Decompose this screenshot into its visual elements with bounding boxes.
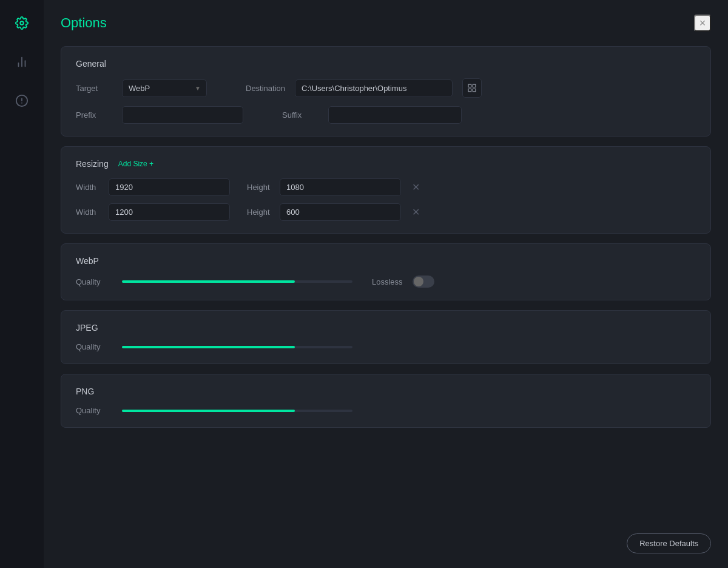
target-label: Target <box>76 84 112 93</box>
remove-size-2-button[interactable]: ✕ <box>408 205 423 219</box>
resize-row-1: Width Height ✕ <box>76 178 696 196</box>
resize-row-2: Width Height ✕ <box>76 203 696 221</box>
svg-rect-10 <box>468 89 471 92</box>
jpeg-section-title: JPEG <box>76 323 696 333</box>
webp-section-title: WebP <box>76 256 696 266</box>
destination-label: Destination <box>246 84 285 93</box>
target-select[interactable]: WebP JPEG PNG AVIF <box>122 79 207 97</box>
general-section-title: General <box>76 59 696 69</box>
svg-rect-7 <box>468 84 471 87</box>
lossless-toggle-thumb <box>414 277 423 286</box>
add-size-button[interactable]: Add Size + <box>118 160 153 168</box>
target-destination-row: Target WebP JPEG PNG AVIF ▼ Destination <box>76 78 696 98</box>
width-input-2[interactable] <box>109 203 230 221</box>
restore-defaults-button[interactable]: Restore Defaults <box>627 533 711 553</box>
width-input-1[interactable] <box>109 178 230 196</box>
prefix-suffix-row: Prefix Suffix <box>76 106 696 124</box>
prefix-input[interactable] <box>122 106 243 124</box>
svg-rect-8 <box>473 84 476 87</box>
jpeg-quality-label: Quality <box>76 342 112 351</box>
main-content: Options × General Target WebP JPEG PNG A… <box>44 0 728 568</box>
width-label-2: Width <box>76 208 101 217</box>
height-label-1: Height <box>247 183 272 192</box>
destination-input[interactable] <box>295 79 453 97</box>
webp-quality-label: Quality <box>76 277 112 286</box>
jpeg-quality-track <box>122 346 352 348</box>
prefix-label: Prefix <box>76 110 112 120</box>
webp-section: WebP Quality Lossless <box>61 243 711 300</box>
target-select-wrapper: WebP JPEG PNG AVIF ▼ <box>122 79 207 97</box>
svg-point-0 <box>20 21 24 25</box>
resizing-header: Resizing Add Size + <box>76 159 696 169</box>
suffix-label: Suffix <box>282 110 318 120</box>
close-button[interactable]: × <box>694 15 711 32</box>
height-label-2: Height <box>247 208 272 217</box>
svg-rect-9 <box>473 89 476 92</box>
page-title: Options <box>61 15 107 31</box>
png-quality-row: Quality <box>76 406 696 415</box>
jpeg-section: JPEG Quality <box>61 310 711 364</box>
footer: Restore Defaults <box>627 533 711 553</box>
lossless-toggle[interactable] <box>413 276 434 288</box>
general-section: General Target WebP JPEG PNG AVIF ▼ Dest… <box>61 46 711 137</box>
webp-quality-row: Quality Lossless <box>76 276 696 288</box>
gear-nav-icon[interactable] <box>11 12 33 34</box>
sidebar <box>0 0 44 568</box>
jpeg-quality-row: Quality <box>76 342 696 351</box>
resizing-section: Resizing Add Size + Width Height ✕ Width… <box>61 146 711 234</box>
png-quality-track <box>122 410 352 412</box>
suffix-input[interactable] <box>328 106 462 124</box>
chart-nav-icon[interactable] <box>11 51 33 73</box>
remove-size-1-button[interactable]: ✕ <box>408 180 423 194</box>
webp-quality-track <box>122 280 352 283</box>
width-label-1: Width <box>76 183 101 192</box>
png-section-title: PNG <box>76 387 696 396</box>
resizing-section-title: Resizing <box>76 159 109 169</box>
page-header: Options × <box>61 15 711 32</box>
info-nav-icon[interactable] <box>11 90 33 112</box>
lossless-label: Lossless <box>372 277 403 286</box>
height-input-2[interactable] <box>280 203 401 221</box>
height-input-1[interactable] <box>280 178 401 196</box>
png-quality-label: Quality <box>76 406 112 415</box>
folder-browse-button[interactable] <box>462 78 482 98</box>
png-section: PNG Quality <box>61 374 711 428</box>
